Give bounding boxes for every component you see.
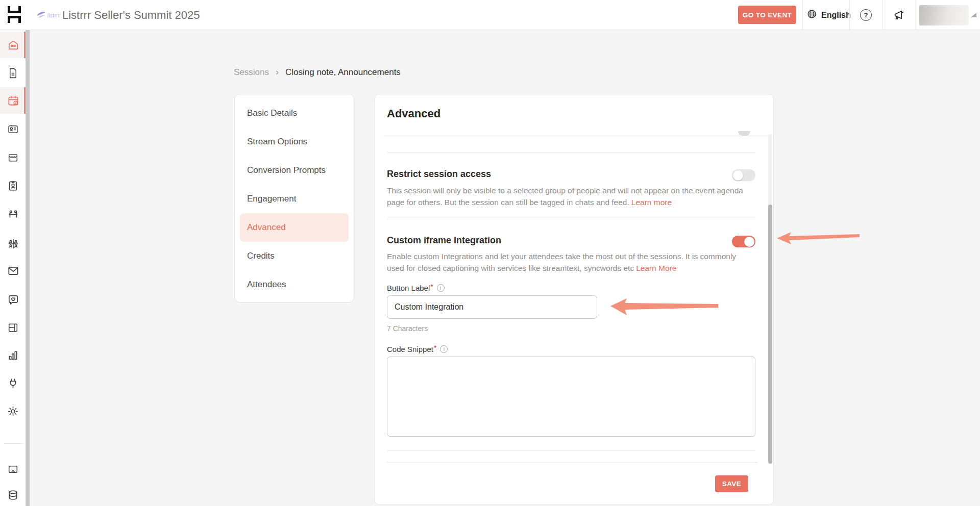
divider <box>387 462 757 463</box>
field-label-text: Code Snippet* <box>387 345 436 353</box>
character-counter: 7 Characters <box>387 324 428 333</box>
breadcrumb: Sessions › Closing note, Announcements <box>234 67 401 78</box>
divider <box>4 443 23 444</box>
button-label-field-label: Button Label* i <box>387 284 445 292</box>
database-icon[interactable] <box>0 482 26 506</box>
language-selector[interactable]: English <box>806 0 851 30</box>
integration-plug-icon[interactable] <box>0 370 26 396</box>
menu-item-advanced[interactable]: Advanced <box>240 213 349 242</box>
divider <box>387 219 755 219</box>
meeting-table-icon[interactable] <box>0 200 26 227</box>
info-icon[interactable]: i <box>437 284 445 292</box>
restrict-access-heading: Restrict session access <box>387 169 491 180</box>
menu-item-credits[interactable]: Credits <box>240 242 349 270</box>
divider <box>849 0 850 30</box>
annotation-arrow-toggle <box>777 232 860 244</box>
menu-item-basic-details[interactable]: Basic Details <box>240 99 349 128</box>
announcements-megaphone-icon[interactable] <box>893 9 905 23</box>
contact-card-icon[interactable] <box>0 172 26 199</box>
settings-gear-icon[interactable] <box>0 398 26 424</box>
advanced-panel: Advanced Restrict session access This se… <box>374 94 774 505</box>
restrict-access-toggle[interactable] <box>732 169 755 181</box>
breadcrumb-separator-icon: › <box>276 67 279 78</box>
networking-people-icon[interactable] <box>0 231 26 257</box>
event-title: Listrrr Seller's Summit 2025 <box>62 0 200 30</box>
go-to-event-button[interactable]: GO TO EVENT <box>738 6 796 24</box>
restrict-access-description: This session will only be visible to a s… <box>387 185 747 208</box>
help-icon[interactable]: ? <box>860 9 872 21</box>
logo-shape <box>8 16 21 23</box>
panel-scrollbar-thumb[interactable] <box>768 205 772 464</box>
iframe-integration-heading: Custom iframe Integration <box>387 235 501 246</box>
toggle-knob <box>733 170 743 181</box>
label-text: Code Snippet <box>387 345 433 353</box>
restrict-learn-more-link[interactable]: Learn more <box>631 198 672 207</box>
menu-item-engagement[interactable]: Engagement <box>240 185 349 213</box>
event-brand-name: listrrr <box>47 13 60 18</box>
divider <box>883 0 883 30</box>
field-label-text: Button Label* <box>387 284 433 292</box>
globe-icon <box>806 9 817 21</box>
sessions-calendar-icon[interactable] <box>0 87 26 114</box>
screen-share-icon[interactable] <box>0 456 26 483</box>
divider <box>802 0 803 30</box>
iframe-learn-more-link[interactable]: Learn More <box>636 264 676 272</box>
event-building-icon[interactable] <box>0 32 26 58</box>
breadcrumb-current: Closing note, Announcements <box>285 67 401 78</box>
language-label: English <box>821 11 851 20</box>
info-icon[interactable]: i <box>440 345 448 353</box>
description-text: Enable custom Integrations and let your … <box>387 252 736 272</box>
engagement-bubble-icon[interactable] <box>0 287 26 313</box>
account-caret-icon[interactable] <box>971 13 976 17</box>
divider <box>387 450 755 451</box>
avatar-blur <box>919 5 969 26</box>
top-bar: listrrr Listrrr Seller's Summit 2025 GO … <box>0 0 980 30</box>
menu-item-conversion-prompts[interactable]: Conversion Prompts <box>240 156 349 185</box>
iframe-integration-description: Enable custom Integrations and let your … <box>387 250 747 274</box>
booth-icon[interactable] <box>0 144 26 170</box>
code-snippet-textarea[interactable] <box>387 357 755 437</box>
layout-panels-icon[interactable] <box>0 314 26 341</box>
document-icon[interactable] <box>0 60 26 86</box>
event-brand-icon <box>36 11 46 21</box>
breadcrumb-sessions[interactable]: Sessions <box>234 67 269 78</box>
menu-item-attendees[interactable]: Attendees <box>240 270 349 299</box>
required-asterisk: * <box>434 344 436 352</box>
app-root: listrrr Listrrr Seller's Summit 2025 GO … <box>0 0 980 506</box>
menu-item-stream-options[interactable]: Stream Options <box>240 128 349 156</box>
logo-shape <box>8 6 21 13</box>
toggle-knob <box>744 237 754 247</box>
mail-envelope-icon[interactable] <box>0 258 26 284</box>
code-snippet-field-label: Code Snippet* i <box>387 345 448 353</box>
description-text: This session will only be visible to a s… <box>387 186 743 207</box>
divider <box>916 0 916 30</box>
analytics-bars-icon[interactable] <box>0 342 26 368</box>
speaker-badge-icon[interactable] <box>0 116 26 142</box>
session-settings-menu: Basic Details Stream Options Conversion … <box>234 94 354 302</box>
divider <box>383 136 767 136</box>
partial-toggle-cutoff <box>738 131 750 136</box>
panel-title: Advanced <box>387 107 440 120</box>
iframe-integration-toggle[interactable] <box>732 236 755 247</box>
sidebar-scrollbar[interactable] <box>26 4 30 506</box>
button-label-input[interactable] <box>387 295 597 319</box>
hubilo-logo-icon[interactable] <box>7 6 21 23</box>
sidebar-rail <box>0 30 30 506</box>
scrollbar-thumb[interactable] <box>26 5 30 506</box>
account-avatar[interactable] <box>919 5 969 26</box>
save-button[interactable]: SAVE <box>715 475 748 492</box>
divider <box>387 152 755 153</box>
required-asterisk: * <box>430 283 433 291</box>
label-text: Button Label <box>387 284 430 292</box>
